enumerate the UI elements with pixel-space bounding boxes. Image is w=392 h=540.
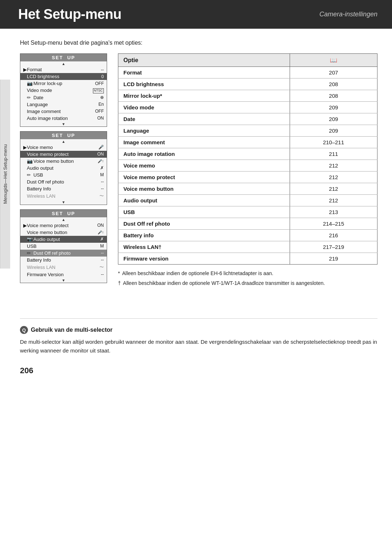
tip-section: Q Gebruik van de multi-selector De multi… (20, 318, 377, 355)
table-cell-option: Voice memo protect (118, 172, 290, 183)
menu2-header: SET UP (20, 132, 107, 139)
menu1-item-format: ▶Format-- (20, 66, 107, 73)
menu3-item-battery: Battery Info-- (20, 257, 107, 263)
menu3-item-voiceprotect: ▶Voice memo protectON (20, 222, 107, 229)
footnote-1: * Alleen beschikbaar indien de optionele… (118, 270, 377, 277)
menu3-item-firmware: Firmware Version-- (20, 271, 107, 278)
page-subtitle: Camera-instellingen (319, 11, 377, 18)
table-cell-option: Date (118, 113, 290, 125)
table-cell-page: 212 (290, 195, 377, 206)
menu2-item-voicememo: ▶Voice memo🎤 (20, 144, 107, 151)
footnotes: * Alleen beschikbaar indien de optionele… (118, 270, 377, 287)
table-row: Auto image rotation211 (118, 148, 377, 160)
menu-panel-3: SET UP ▲ ▶Voice memo protectON Voice mem… (20, 209, 107, 283)
page-number: 206 (20, 366, 377, 375)
menu3-item-usb: USBM (20, 243, 107, 250)
tip-title: Q Gebruik van de multi-selector (20, 326, 377, 334)
table-cell-page: 217–219 (290, 241, 377, 253)
table-cell-option: Wireless LAN† (118, 241, 290, 253)
footnote2-text: Alleen beschikbaar indien de optionele W… (123, 279, 325, 287)
table-row: Wireless LAN†217–219 (118, 241, 377, 253)
menu-panels: SET UP ▲ ▶Format-- LCD brightness0 📷Mirr… (20, 53, 107, 283)
table-cell-page: 209 (290, 113, 377, 125)
table-cell-page: 212 (290, 172, 377, 183)
table-row: Dust Off ref photo214–215 (118, 218, 377, 230)
table-col2-header: 📖 (290, 54, 377, 67)
table-row: Voice memo button212 (118, 183, 377, 195)
table-cell-option: Voice memo button (118, 183, 290, 195)
table-row: Language209 (118, 125, 377, 137)
table-cell-page: 219 (290, 253, 377, 265)
menu1-item-date: ✏Date⊕ (20, 94, 107, 101)
table-cell-option: Battery info (118, 230, 290, 241)
table-row: Audio output212 (118, 195, 377, 206)
footnote-2: † Alleen beschikbaar indien de optionele… (118, 279, 377, 287)
columns-layout: SET UP ▲ ▶Format-- LCD brightness0 📷Mirr… (20, 53, 377, 289)
footnote1-symbol: * (118, 270, 120, 277)
menu3-up-arrow: ▲ (20, 217, 107, 222)
table-row: USB213 (118, 206, 377, 218)
table-col1-header: Optie (118, 54, 290, 67)
menu2-item-audio: Audio output✗ (20, 165, 107, 172)
menu1-item-comment: Image commentOFF (20, 108, 107, 115)
table-cell-page: 208 (290, 78, 377, 90)
table-cell-option: Format (118, 67, 290, 78)
table-cell-page: 211 (290, 148, 377, 160)
menu1-item-mirror: 📷Mirror lock-upOFF (20, 80, 107, 87)
options-table: Optie 📖 Format207LCD brightness208Mirror… (118, 53, 377, 265)
table-cell-page: 208 (290, 90, 377, 102)
tip-title-text: Gebruik van de multi-selector (31, 327, 113, 333)
table-cell-option: Firmware version (118, 253, 290, 265)
table-row: LCD brightness208 (118, 78, 377, 90)
options-table-container: Optie 📖 Format207LCD brightness208Mirror… (118, 53, 377, 289)
table-cell-page: 207 (290, 67, 377, 78)
footnote2-symbol: † (118, 279, 121, 287)
menu2-item-usb: ✏USBM (20, 172, 107, 178)
footnote1-text: Alleen beschikbaar indien de optionele E… (122, 270, 273, 277)
table-cell-option: LCD brightness (118, 78, 290, 90)
menu1-item-rotation: Auto image rotationON (20, 115, 107, 122)
table-cell-option: Image comment (118, 137, 290, 148)
table-cell-option: Audio output (118, 195, 290, 206)
menu3-item-audio: 📷Audio output✗ (20, 236, 107, 243)
menu2-item-voiceprotect: Voice memo protectON (20, 151, 107, 158)
intro-text: Het Setup-menu bevat drie pagina's met o… (20, 40, 377, 46)
table-cell-option: Voice memo (118, 160, 290, 172)
side-tab: Menugids—Het Setup-menu (0, 80, 10, 269)
main-content: Menugids—Het Setup-menu Het Setup-menu b… (0, 29, 392, 386)
menu2-item-battery: Battery Info-- (20, 185, 107, 192)
menu-panel-1: SET UP ▲ ▶Format-- LCD brightness0 📷Mirr… (20, 53, 107, 127)
table-row: Date209 (118, 113, 377, 125)
menu-panel-2: SET UP ▲ ▶Voice memo🎤 Voice memo protect… (20, 131, 107, 205)
menu2-item-dustoff: Dust Off ref photo-- (20, 178, 107, 185)
page-header: Het Setup-menu Camera-instellingen (0, 0, 392, 29)
table-cell-option: USB (118, 206, 290, 218)
table-cell-page: 212 (290, 160, 377, 172)
table-cell-page: 209 (290, 125, 377, 137)
table-cell-page: 210–211 (290, 137, 377, 148)
menu1-item-language: LanguageEn (20, 101, 107, 108)
menu1-item-video: Video modeNTSC (20, 87, 107, 94)
table-row: Firmware version219 (118, 253, 377, 265)
menu3-header: SET UP (20, 210, 107, 217)
table-cell-page: 213 (290, 206, 377, 218)
menu1-up-arrow: ▲ (20, 61, 107, 66)
menu2-item-voicebutton: 📷Voice memo button🎤↑ (20, 158, 107, 165)
table-row: Voice memo protect212 (118, 172, 377, 183)
table-cell-page: 209 (290, 102, 377, 113)
table-cell-option: Dust Off ref photo (118, 218, 290, 230)
table-cell-page: 212 (290, 183, 377, 195)
menu1-down-arrow: ▼ (20, 122, 107, 126)
table-cell-option: Language (118, 125, 290, 137)
menu2-down-arrow: ▼ (20, 200, 107, 205)
table-row: Image comment210–211 (118, 137, 377, 148)
tip-icon: Q (20, 326, 28, 334)
menu2-item-wireless: Wireless LAN〜 (20, 192, 107, 200)
tip-text: De multi-selector kan altijd worden gebr… (20, 338, 377, 355)
menu3-down-arrow: ▼ (20, 278, 107, 283)
table-row: Voice memo212 (118, 160, 377, 172)
menu3-item-wireless: Wireless LAN〜 (20, 263, 107, 271)
table-cell-page: 216 (290, 230, 377, 241)
menu1-item-lcd: LCD brightness0 (20, 73, 107, 80)
table-cell-option: Video mode (118, 102, 290, 113)
